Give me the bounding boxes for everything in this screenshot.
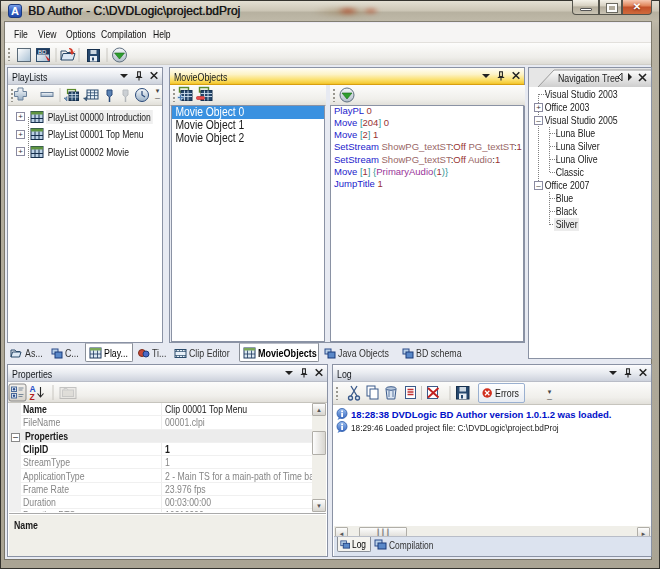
svg-text:BD: BD — [38, 49, 47, 55]
svg-text:Z: Z — [30, 392, 35, 402]
